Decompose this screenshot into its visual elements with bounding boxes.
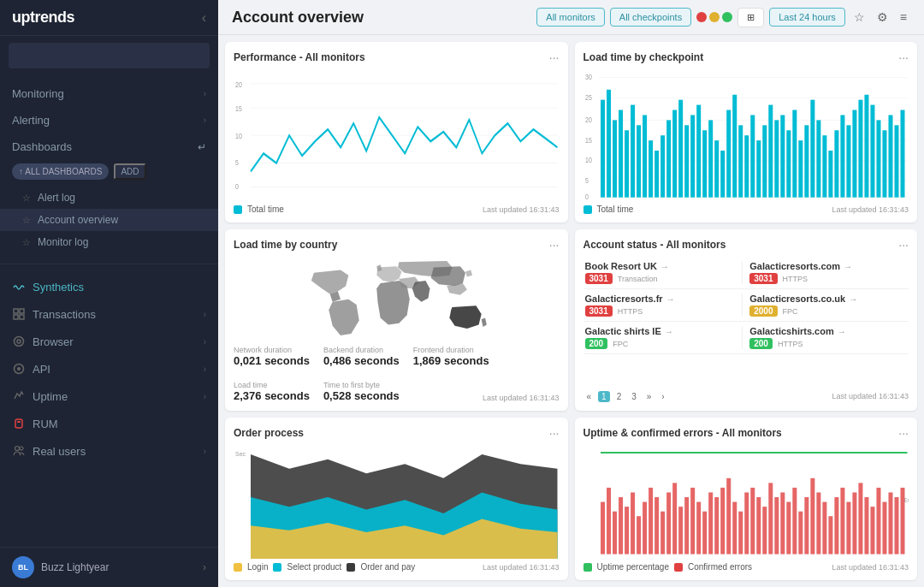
sidebar-toggle[interactable]: ‹ (202, 10, 206, 26)
performance-updated: Last updated 16:31:43 (483, 205, 560, 214)
settings-icon[interactable]: ⚙ (874, 7, 891, 27)
svg-rect-122 (774, 497, 779, 554)
svg-rect-100 (643, 501, 647, 554)
next-page-btn[interactable]: » (643, 391, 655, 402)
uptime-panel-header: Uptime & confirmed errors - All monitors… (583, 426, 909, 440)
topbar: Account overview All monitors All checkp… (218, 0, 924, 35)
svg-rect-75 (834, 130, 838, 197)
status-badge: 200 (749, 338, 773, 349)
select-dot (273, 563, 281, 572)
monitor-type: FPC (783, 307, 798, 316)
api-icon (12, 362, 26, 376)
sidebar-item-dashboards[interactable]: Dashboards ↵ (0, 133, 218, 160)
network-label: Network duration (234, 346, 310, 354)
sidebar-item-synthetics[interactable]: Synthetics (0, 273, 218, 300)
sidebar-item-account-overview[interactable]: ☆ Account overview (0, 209, 218, 231)
svg-rect-39 (619, 110, 623, 198)
panel-menu-icon[interactable]: ··· (549, 238, 560, 252)
world-map (234, 257, 560, 341)
svg-rect-94 (607, 488, 611, 554)
dashboard-grid: Performance - All monitors ··· 20 15 10 … (218, 35, 924, 587)
svg-point-11 (20, 447, 23, 450)
star-icon[interactable]: ☆ (850, 7, 868, 27)
performance-chart-area: 20 15 10 5 0 12:00 16:00 (234, 69, 560, 201)
panel-menu-icon[interactable]: ··· (549, 426, 560, 440)
search-box[interactable] (9, 43, 210, 68)
svg-rect-81 (870, 105, 874, 198)
prev-page-btn[interactable]: « (583, 391, 595, 402)
table-row: Galacticresorts.fr → 3031 HTTPS Galactic… (583, 289, 909, 322)
svg-text:5: 5 (235, 157, 239, 168)
svg-rect-135 (852, 492, 856, 554)
uptime-updated: Last updated 16:31:43 (832, 563, 909, 572)
time-range-btn[interactable]: Last 24 hours (769, 8, 845, 27)
monitor-grid-icon[interactable]: ⊞ (737, 8, 764, 27)
last-page-btn[interactable]: › (658, 391, 667, 402)
browser-label: Browser (33, 335, 74, 348)
panel-menu-icon[interactable]: ··· (898, 426, 909, 440)
sidebar-item-transactions[interactable]: Transactions › (0, 300, 218, 328)
star-icon: ☆ (22, 215, 31, 226)
order-dot (346, 563, 355, 572)
dashboards-label: Dashboards (12, 140, 72, 153)
panel-menu-icon[interactable]: ··· (898, 238, 909, 252)
page-1-btn[interactable]: 1 (598, 391, 610, 402)
all-checkpoints-btn[interactable]: All checkpoints (610, 8, 691, 27)
all-dashboards-pill[interactable]: ↑ ALL DASHBOARDS (12, 163, 109, 180)
pagination: « 1 2 3 » › Last updated 16:31:43 (583, 391, 909, 402)
status-badge: 200 (585, 338, 608, 349)
svg-rect-57 (726, 110, 731, 198)
panel-menu-icon[interactable]: ··· (898, 50, 909, 64)
backend-value: 0,486 seconds (323, 354, 400, 367)
username: Buzz Lightyear (41, 561, 196, 573)
users-icon (12, 444, 26, 458)
svg-rect-67 (786, 130, 791, 197)
svg-rect-121 (768, 483, 773, 554)
sidebar-item-monitor-log[interactable]: ☆ Monitor log (0, 231, 218, 253)
chevron-right-icon: › (203, 561, 206, 573)
svg-rect-54 (708, 120, 713, 197)
svg-text:Sec: Sec (235, 450, 246, 458)
sidebar-item-alerting[interactable]: Alerting › (0, 107, 218, 133)
sidebar-item-alert-log[interactable]: ☆ Alert log (0, 187, 218, 209)
checkpoint-panel: Load time by checkpoint ··· 30 25 20 15 … (575, 42, 918, 222)
user-footer[interactable]: BL Buzz Lightyear › (0, 547, 218, 587)
ttfb-value: 0,528 seconds (323, 389, 400, 402)
svg-rect-47 (666, 120, 671, 197)
panel-menu-icon[interactable]: ··· (549, 50, 560, 64)
svg-rect-111 (708, 492, 713, 554)
sidebar-item-monitoring[interactable]: Monitoring › (0, 80, 218, 107)
svg-rect-99 (637, 516, 641, 554)
svg-rect-139 (876, 488, 880, 554)
svg-rect-1 (20, 309, 24, 313)
svg-rect-3 (20, 315, 24, 319)
svg-text:0: 0 (235, 181, 239, 192)
svg-rect-82 (876, 120, 880, 197)
all-monitors-btn[interactable]: All monitors (536, 8, 604, 27)
sidebar-item-realusers[interactable]: Real users › (0, 437, 218, 465)
svg-rect-48 (672, 110, 677, 198)
page-3-btn[interactable]: 3 (628, 391, 640, 402)
sidebar-item-rum[interactable]: RUM (0, 410, 218, 437)
login-dot (234, 563, 242, 572)
status-right-cell: Galacticresorts.co.uk → 2000 FPC (742, 294, 907, 317)
alerting-label: Alerting (12, 114, 50, 127)
star-icon: ☆ (22, 193, 31, 204)
page-title: Account overview (232, 9, 364, 27)
sidebar-item-api[interactable]: API › (0, 355, 218, 382)
svg-rect-95 (613, 512, 617, 554)
browser-icon (12, 335, 26, 348)
svg-rect-86 (900, 110, 904, 198)
svg-text:10: 10 (235, 131, 242, 141)
add-dashboard-pill[interactable]: ADD (114, 163, 145, 180)
monitor-name: Galacticshirts.com (749, 326, 833, 336)
svg-rect-113 (720, 488, 725, 554)
confirmed-errors-label: Confirmed errors (688, 562, 752, 572)
menu-icon[interactable]: ≡ (897, 7, 910, 27)
page-2-btn[interactable]: 2 (613, 391, 625, 402)
status-dots (696, 12, 732, 22)
svg-rect-9 (17, 421, 21, 423)
sidebar-item-uptime[interactable]: Uptime › (0, 382, 218, 410)
status-left-cell: Galactic shirts IE → 200 FPC (585, 326, 743, 349)
sidebar-item-browser[interactable]: Browser › (0, 328, 218, 355)
